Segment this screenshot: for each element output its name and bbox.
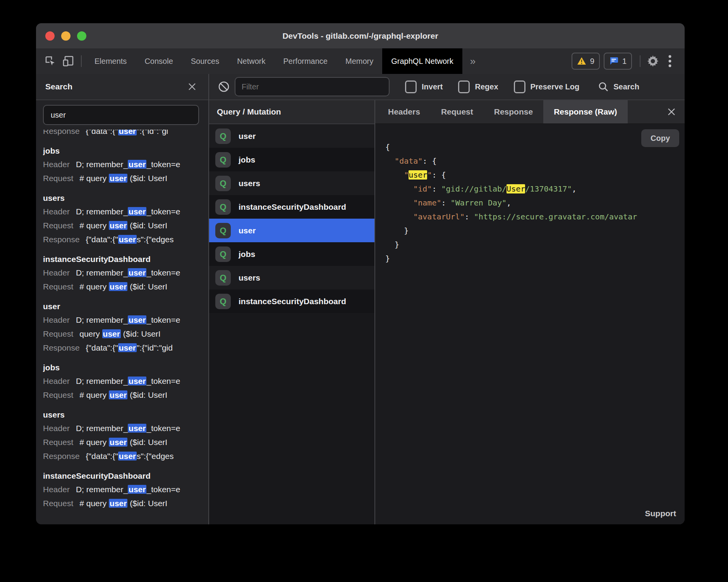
text-run: query xyxy=(79,329,102,338)
result-row-label: Header xyxy=(43,315,70,324)
search-close-icon[interactable] xyxy=(185,80,199,94)
inspect-element-icon[interactable] xyxy=(41,52,59,70)
match-highlight: user xyxy=(109,438,127,447)
tabbar-right: 9 1 xyxy=(572,53,685,70)
text-run: ":{"id":"gid xyxy=(137,343,173,352)
detail-close-icon[interactable] xyxy=(664,104,679,120)
detail-tab-request[interactable]: Request xyxy=(431,100,484,123)
result-row-content: {"data":{"users":{"edges xyxy=(86,452,174,460)
query-item-instancesecuritydashboard[interactable]: QinstanceSecurityDashboard xyxy=(209,195,374,219)
query-item-user[interactable]: Quser xyxy=(209,124,374,148)
search-result-row[interactable]: HeaderD; remember_user_token=e xyxy=(43,157,208,171)
search-input[interactable] xyxy=(43,105,199,125)
text-run: ($id: UserI xyxy=(127,221,167,230)
search-result-row[interactable]: Response{"data":{"user":{"id":"gid xyxy=(43,341,208,355)
result-row-content: D; remember_user_token=e xyxy=(76,268,180,277)
tab-memory[interactable]: Memory xyxy=(337,48,382,74)
search-result-row[interactable]: Response{"data":{"users":{"edges xyxy=(43,233,208,246)
json-token xyxy=(385,170,404,180)
result-row-content: # query user ($id: UserI xyxy=(79,282,167,291)
search-result-row[interactable]: HeaderD; remember_user_token=e xyxy=(43,313,208,327)
query-item-users[interactable]: Qusers xyxy=(209,266,374,289)
text-run: s":{"edges xyxy=(137,452,173,460)
clear-log-icon[interactable] xyxy=(216,79,232,94)
query-item-jobs[interactable]: Qjobs xyxy=(209,242,374,266)
search-result-row[interactable]: Request# query user ($id: UserI xyxy=(43,388,208,402)
tab-elements[interactable]: Elements xyxy=(86,48,136,74)
search-result-row[interactable]: HeaderD; remember_user_token=e xyxy=(43,374,208,388)
regex-checkbox[interactable] xyxy=(458,80,470,93)
search-result-row[interactable]: Request# query user ($id: UserI xyxy=(43,171,208,185)
json-line: } xyxy=(385,224,685,238)
text-run: # query xyxy=(79,499,109,508)
search-result-row[interactable]: Request# query user ($id: UserI xyxy=(43,496,208,510)
detail-tab-headers[interactable]: Headers xyxy=(378,100,431,123)
settings-gear-icon[interactable] xyxy=(644,53,661,70)
search-result-row[interactable]: Request# query user ($id: UserI xyxy=(43,280,208,294)
search-result-row[interactable]: HeaderD; remember_user_token=e xyxy=(43,483,208,496)
json-line: { xyxy=(385,140,685,154)
query-item-label: user xyxy=(239,132,256,141)
json-token: /13704317" xyxy=(525,184,572,193)
result-group-title: jobs xyxy=(43,146,208,156)
device-toolbar-icon[interactable] xyxy=(59,52,77,70)
search-result-row[interactable]: Request# query user ($id: UserI xyxy=(43,219,208,233)
text-run: # query xyxy=(79,282,109,291)
close-window-button[interactable] xyxy=(45,31,55,41)
window-title: DevTools - gitlab.com/-/graphql-explorer xyxy=(282,31,438,41)
tab-graphql-network[interactable]: GraphQL Network xyxy=(382,48,462,74)
warnings-badge[interactable]: 9 xyxy=(572,53,600,70)
tab-network[interactable]: Network xyxy=(228,48,274,74)
result-row-label: Header xyxy=(43,207,70,216)
detail-tab-response-raw[interactable]: Response (Raw) xyxy=(543,100,627,123)
search-result-row[interactable]: Response{"data":{"user":{"id":"gi xyxy=(43,130,208,138)
search-result-row[interactable]: HeaderD; remember_user_token=e xyxy=(43,266,208,280)
search-hit-highlight: User xyxy=(507,184,525,193)
json-token: "data" xyxy=(395,156,422,166)
preserve-log-checkbox-group[interactable]: Preserve Log xyxy=(514,80,580,93)
invert-label: Invert xyxy=(422,82,443,91)
text-run: ($id: UserI xyxy=(127,499,167,508)
filter-input[interactable] xyxy=(235,77,390,96)
text-run: D; remember_ xyxy=(76,160,128,169)
toolbar-separator xyxy=(81,55,82,67)
minimize-window-button[interactable] xyxy=(61,31,70,41)
text-run: # query xyxy=(79,174,109,183)
text-run: ($id: UserI xyxy=(127,390,167,399)
search-hit-highlight: user xyxy=(409,170,427,180)
search-result-row[interactable]: HeaderD; remember_user_token=e xyxy=(43,205,208,219)
search-result-row[interactable]: Request# query user ($id: UserI xyxy=(43,435,208,449)
search-result-row[interactable]: Requestquery user ($id: UserI xyxy=(43,327,208,341)
query-list-header: Query / Mutation xyxy=(209,100,374,124)
query-item-instancesecuritydashboard[interactable]: QinstanceSecurityDashboard xyxy=(209,289,374,313)
search-result-row[interactable]: Response{"data":{"users":{"edges xyxy=(43,449,208,463)
tab-performance[interactable]: Performance xyxy=(275,48,337,74)
preserve-log-checkbox[interactable] xyxy=(514,80,525,93)
kebab-menu-icon[interactable] xyxy=(661,53,678,70)
issues-badge[interactable]: 1 xyxy=(604,53,632,70)
query-item-user[interactable]: Quser xyxy=(209,219,374,242)
query-item-users[interactable]: Qusers xyxy=(209,171,374,195)
query-list-title: Query / Mutation xyxy=(217,107,281,116)
regex-checkbox-group[interactable]: Regex xyxy=(458,80,498,93)
detail-tab-response[interactable]: Response xyxy=(484,100,543,123)
result-row-content: D; remember_user_token=e xyxy=(76,315,180,324)
query-item-jobs[interactable]: Qjobs xyxy=(209,148,374,171)
more-tabs-icon[interactable]: » xyxy=(462,55,483,67)
invert-checkbox[interactable] xyxy=(405,80,417,93)
invert-checkbox-group[interactable]: Invert xyxy=(405,80,443,93)
search-result-row[interactable]: HeaderD; remember_user_token=e xyxy=(43,421,208,435)
text-run: _token=e xyxy=(146,377,180,385)
json-line: } xyxy=(385,238,685,252)
match-highlight: user xyxy=(102,329,121,338)
support-link[interactable]: Support xyxy=(645,509,676,518)
zoom-window-button[interactable] xyxy=(77,31,86,41)
query-item-label: jobs xyxy=(239,155,255,164)
query-type-badge: Q xyxy=(215,152,231,168)
tab-sources[interactable]: Sources xyxy=(182,48,228,74)
query-type-badge: Q xyxy=(215,223,231,238)
result-group-title: jobs xyxy=(43,363,208,373)
tab-console[interactable]: Console xyxy=(136,48,182,74)
toolbar-search-control[interactable]: Search xyxy=(598,81,639,92)
result-row-label: Request xyxy=(43,390,73,399)
